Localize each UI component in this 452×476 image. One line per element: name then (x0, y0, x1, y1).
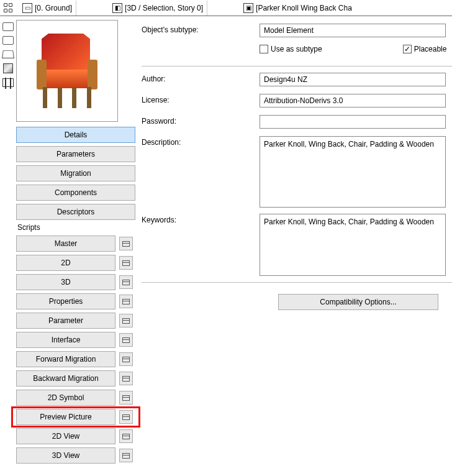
script-row-2d: 2D (16, 255, 135, 271)
description-field[interactable]: Parker Knoll, Wing Back, Chair, Padding … (260, 136, 446, 208)
script-parameter-open-icon[interactable] (119, 314, 133, 327)
password-label: Password: (142, 115, 260, 126)
nav-migration[interactable]: Migration (16, 165, 135, 181)
view-section-icon[interactable] (2, 36, 14, 45)
script-3d-view-open-icon[interactable] (119, 449, 133, 462)
document-icon: ▭ (22, 3, 32, 13)
use-as-subtype-checkbox[interactable]: Use as subtype (260, 45, 322, 53)
password-field[interactable] (260, 115, 446, 129)
script-backward-migration-open-icon[interactable] (119, 372, 133, 385)
script-forward-migration-open-icon[interactable] (119, 352, 133, 366)
author-field[interactable]: Design4u NZ (260, 73, 446, 86)
tab-parker-label: [Parker Knoll Wing Back Cha (256, 4, 352, 12)
script-2d-open-icon[interactable] (119, 256, 133, 270)
script-3d-view-button[interactable]: 3D View (16, 447, 115, 464)
script-forward-migration-button[interactable]: Forward Migration (16, 351, 115, 367)
script-3d-button[interactable]: 3D (16, 274, 115, 290)
script-properties-open-icon[interactable] (119, 295, 133, 308)
author-label: Author: (142, 73, 260, 83)
divider (142, 66, 452, 66)
top-toolbar: ▭ [0. Ground] ◧ [3D / Selection, Story 0… (0, 0, 452, 16)
divider-2 (142, 282, 452, 283)
script-row-backward-migration: Backward Migration (16, 370, 135, 387)
script-row-3d: 3D (16, 274, 135, 290)
script-row-2d-view: 2D View (16, 428, 135, 444)
script-row-forward-migration: Forward Migration (16, 351, 135, 367)
script-2d-symbol-button[interactable]: 2D Symbol (16, 390, 115, 406)
toolbar-grid-icon[interactable] (2, 2, 15, 14)
script-master-button[interactable]: Master (16, 236, 115, 252)
view-preview-icon[interactable] (2, 78, 14, 87)
nav-descriptors[interactable]: Descriptors (16, 204, 135, 220)
nav-components[interactable]: Components (16, 185, 135, 201)
nav-details[interactable]: Details (16, 127, 135, 143)
preview-thumbnail (16, 20, 118, 122)
chair-icon (33, 34, 101, 108)
script-row-parameter: Parameter (16, 313, 135, 329)
tab-3d-label: [3D / Selection, Story 0] (125, 4, 203, 12)
script-row-master: Master (16, 236, 135, 252)
placeable-checkbox[interactable]: Placeable (403, 45, 447, 53)
script-row-preview-picture: Preview Picture (16, 409, 135, 425)
script-row-interface: Interface (16, 332, 135, 348)
script-row-properties: Properties (16, 293, 135, 309)
view-mode-icons (2, 20, 14, 87)
keywords-label: Keywords: (142, 214, 260, 224)
script-2d-button[interactable]: 2D (16, 255, 115, 271)
script-interface-button[interactable]: Interface (16, 332, 115, 348)
script-2d-view-open-icon[interactable] (119, 429, 133, 443)
use-as-subtype-label: Use as subtype (271, 45, 322, 53)
tab-ground-label: [0. Ground] (35, 4, 72, 12)
scripts-section-label: Scripts (17, 223, 135, 232)
script-row-3d-view: 3D View (16, 447, 135, 464)
nav-parameters[interactable]: Parameters (16, 146, 135, 162)
license-field[interactable]: Attribution-NoDerivs 3.0 (260, 94, 446, 108)
cube-icon: ◧ (112, 3, 122, 13)
script-parameter-button[interactable]: Parameter (16, 313, 115, 329)
description-label: Description: (142, 136, 260, 147)
tab-3d-selection[interactable]: ◧ [3D / Selection, Story 0] (109, 1, 207, 16)
script-3d-open-icon[interactable] (119, 275, 133, 289)
view-plan-icon[interactable] (2, 22, 14, 31)
script-preview-picture-open-icon[interactable] (119, 410, 133, 424)
script-2d-symbol-open-icon[interactable] (119, 391, 133, 405)
view-elevation-icon[interactable] (2, 50, 14, 58)
tab-ground[interactable]: ▭ [0. Ground] (19, 1, 76, 16)
script-2d-view-button[interactable]: 2D View (16, 428, 115, 444)
script-master-open-icon[interactable] (119, 237, 133, 250)
script-interface-open-icon[interactable] (119, 333, 133, 347)
script-preview-picture-button[interactable]: Preview Picture (16, 409, 115, 425)
script-backward-migration-button[interactable]: Backward Migration (16, 370, 115, 387)
subtype-label: Object's subtype: (142, 24, 260, 34)
view-3d-icon[interactable] (3, 63, 13, 73)
tab-parker-knoll[interactable]: ▣ [Parker Knoll Wing Back Cha (240, 1, 356, 16)
script-row-2d-symbol: 2D Symbol (16, 390, 135, 406)
keywords-field[interactable]: Parker Knoll, Wing Back, Chair, Padding … (260, 214, 446, 276)
license-label: License: (142, 94, 260, 104)
script-properties-button[interactable]: Properties (16, 293, 115, 309)
object-icon: ▣ (243, 3, 253, 13)
placeable-label: Placeable (414, 45, 447, 53)
subtype-field[interactable]: Model Element (260, 24, 446, 37)
compatibility-options-button[interactable]: Compatibility Options... (278, 294, 438, 310)
